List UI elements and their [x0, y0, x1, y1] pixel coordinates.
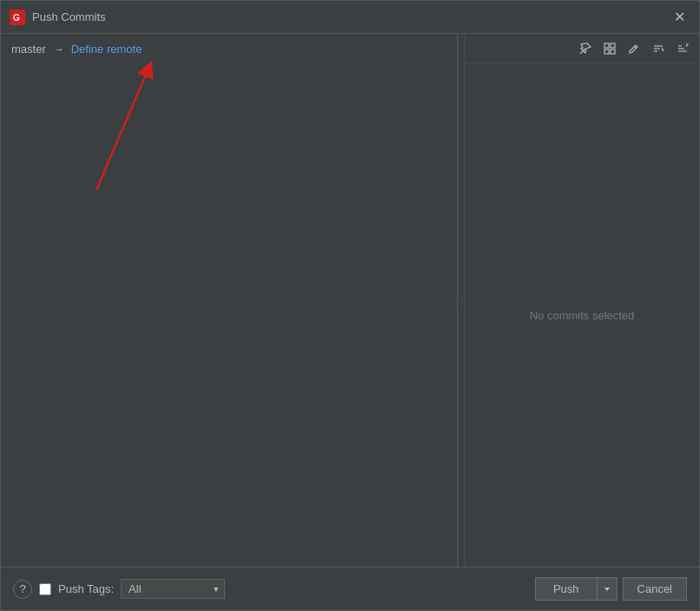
- main-content: master → Define remote ⋮: [1, 34, 699, 567]
- branch-row: master → Define remote: [1, 34, 457, 64]
- tags-select-wrapper: All None Annotated: [121, 579, 225, 599]
- right-toolbar: [465, 34, 699, 63]
- left-panel: master → Define remote: [1, 34, 458, 567]
- define-remote-link[interactable]: Define remote: [71, 43, 142, 56]
- tags-select[interactable]: All None Annotated: [121, 579, 225, 599]
- app-icon: G: [10, 10, 25, 25]
- bottom-right: Push Cancel: [535, 577, 687, 601]
- svg-rect-8: [611, 49, 615, 54]
- edit-button[interactable]: [624, 41, 644, 56]
- help-button[interactable]: ?: [13, 580, 32, 599]
- svg-rect-7: [604, 49, 609, 54]
- sort-desc-button[interactable]: [673, 41, 692, 56]
- push-button[interactable]: Push: [535, 577, 597, 601]
- bottom-bar: ? Push Tags: All None Annotated Push: [1, 567, 699, 610]
- panel-splitter[interactable]: ⋮: [458, 34, 465, 567]
- branch-name: master: [11, 43, 46, 56]
- push-button-group: Push: [535, 577, 617, 601]
- sort-asc-button[interactable]: [649, 41, 668, 56]
- svg-marker-16: [604, 588, 610, 591]
- bottom-left: ? Push Tags: All None Annotated: [13, 579, 225, 599]
- grid-button[interactable]: [600, 41, 619, 56]
- push-tags-checkbox[interactable]: [39, 583, 51, 595]
- push-commits-dialog: G Push Commits ✕ master → Define remote: [0, 0, 700, 611]
- right-panel: No commits selected: [465, 34, 699, 567]
- annotation-arrow: [70, 60, 175, 199]
- arrow-icon: →: [53, 43, 64, 56]
- svg-rect-5: [604, 43, 609, 48]
- close-button[interactable]: ✕: [669, 9, 690, 26]
- push-dropdown-button[interactable]: [597, 577, 617, 601]
- svg-line-3: [96, 69, 149, 190]
- cancel-button[interactable]: Cancel: [623, 577, 687, 601]
- title-bar: G Push Commits ✕: [1, 1, 699, 34]
- no-commits-label: No commits selected: [530, 309, 635, 322]
- svg-line-4: [580, 49, 585, 54]
- title-bar-left: G Push Commits: [10, 10, 106, 25]
- svg-line-9: [635, 46, 637, 48]
- pin-button[interactable]: [576, 41, 595, 56]
- dialog-title: Push Commits: [32, 10, 106, 23]
- push-tags-label: Push Tags:: [58, 582, 114, 595]
- svg-text:G: G: [13, 13, 20, 23]
- commits-area: No commits selected: [465, 63, 699, 567]
- svg-rect-6: [611, 43, 615, 48]
